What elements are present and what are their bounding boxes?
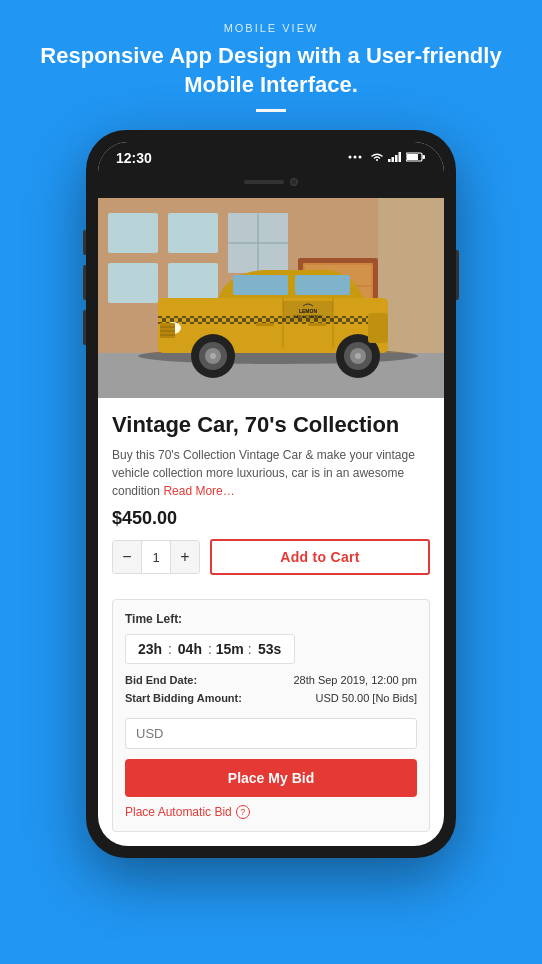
svg-rect-15 — [168, 263, 218, 303]
header: MOBILE VIEW Responsive App Design with a… — [0, 0, 542, 130]
bid-end-date-label: Bid End Date: — [125, 674, 255, 686]
svg-point-39 — [210, 353, 216, 359]
svg-rect-12 — [108, 213, 158, 253]
notch — [211, 171, 331, 193]
status-bar: 12:30 — [98, 142, 444, 171]
countdown-minutes: 04h — [176, 641, 204, 657]
battery-icon — [406, 152, 426, 164]
wifi-icon — [370, 152, 384, 164]
bid-start-amount-label: Start Bidding Amount: — [125, 692, 255, 704]
svg-point-2 — [359, 156, 362, 159]
svg-rect-9 — [407, 154, 418, 160]
svg-text:CAB COMPANY: CAB COMPANY — [293, 314, 323, 319]
svg-rect-35 — [158, 316, 388, 324]
bid-end-date-row: Bid End Date: 28th Sep 2019, 12:00 pm — [125, 674, 417, 686]
phone-screen: 12:30 — [98, 142, 444, 846]
svg-rect-14 — [108, 263, 158, 303]
svg-point-1 — [354, 156, 357, 159]
svg-rect-5 — [395, 155, 398, 162]
time-left-label: Time Left: — [125, 612, 417, 626]
add-to-cart-row: − + Add to Cart — [112, 539, 430, 575]
svg-rect-6 — [399, 152, 402, 162]
product-description: Buy this 70's Collection Vintage Car & m… — [112, 446, 430, 500]
add-to-cart-button[interactable]: Add to Cart — [210, 539, 430, 575]
product-price: $450.00 — [112, 508, 430, 529]
countdown-timer: 23h : 04h : 15m : 53s — [125, 634, 295, 664]
status-icons — [348, 152, 426, 164]
volume-up-button — [83, 265, 86, 300]
svg-rect-13 — [168, 213, 218, 253]
product-details: Vintage Car, 70's Collection Buy this 70… — [98, 398, 444, 599]
mute-button — [83, 230, 86, 255]
svg-point-0 — [349, 156, 352, 159]
read-more-link[interactable]: Read More… — [163, 484, 234, 498]
svg-rect-4 — [392, 157, 395, 162]
svg-rect-54 — [368, 313, 388, 343]
front-camera — [290, 178, 298, 186]
speaker — [244, 180, 284, 184]
quantity-decrease-button[interactable]: − — [113, 541, 141, 573]
countdown-ms: 53s — [256, 641, 284, 657]
header-title: Responsive App Design with a User-friend… — [20, 42, 522, 99]
product-image: LEMON CAB COMPANY — [98, 198, 444, 398]
svg-rect-49 — [256, 323, 274, 326]
bid-start-amount-value: USD 50.00 [No Bids] — [316, 692, 418, 704]
power-button — [456, 250, 459, 300]
status-time: 12:30 — [116, 150, 152, 166]
place-bid-button[interactable]: Place My Bid — [125, 759, 417, 797]
auto-bid-link[interactable]: Place Automatic Bid ? — [125, 805, 417, 819]
svg-rect-50 — [308, 323, 326, 326]
svg-rect-3 — [388, 159, 391, 162]
header-divider — [256, 109, 286, 112]
bid-section: Time Left: 23h : 04h : 15m : 53s Bid End… — [112, 599, 430, 832]
signal-dots — [348, 152, 366, 164]
countdown-hours: 23h — [136, 641, 164, 657]
quantity-control: − + — [112, 540, 200, 574]
svg-point-43 — [355, 353, 361, 359]
bid-amount-input[interactable] — [125, 718, 417, 749]
volume-down-button — [83, 310, 86, 345]
svg-rect-28 — [233, 275, 288, 295]
quantity-input[interactable] — [141, 541, 171, 573]
svg-rect-29 — [295, 275, 350, 295]
bid-end-date-value: 28th Sep 2019, 12:00 pm — [293, 674, 417, 686]
svg-rect-8 — [423, 155, 426, 159]
phone-frame: 12:30 — [86, 130, 456, 858]
help-icon[interactable]: ? — [236, 805, 250, 819]
mobile-view-label: MOBILE VIEW — [20, 22, 522, 34]
signal-bars-icon — [388, 152, 402, 164]
notch-area — [98, 171, 444, 198]
countdown-seconds: 15m — [216, 641, 244, 657]
quantity-increase-button[interactable]: + — [171, 541, 199, 573]
product-title: Vintage Car, 70's Collection — [112, 412, 430, 438]
bid-start-amount-row: Start Bidding Amount: USD 50.00 [No Bids… — [125, 692, 417, 704]
